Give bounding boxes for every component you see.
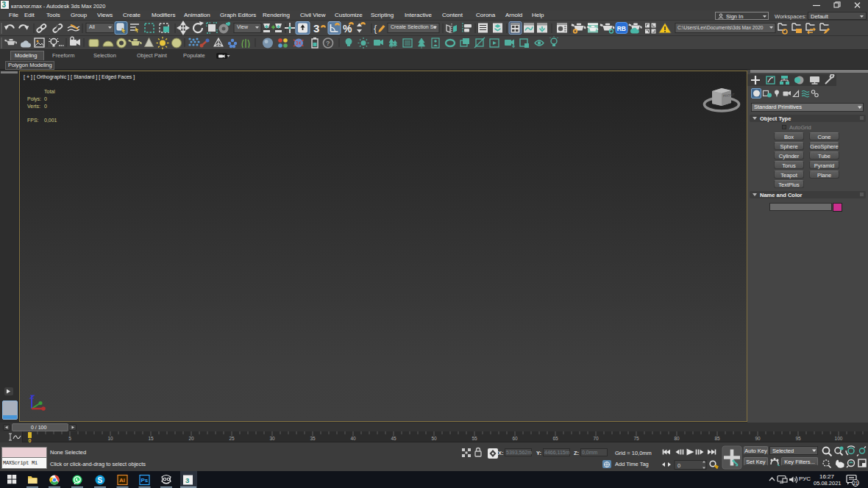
svg-text:21: 21 (853, 481, 859, 486)
svg-text:%: % (343, 23, 352, 35)
svg-text:RB: RB (617, 25, 626, 32)
svg-text:?: ? (326, 40, 330, 47)
svg-text:Ai: Ai (119, 477, 125, 484)
svg-text:S: S (98, 476, 103, 484)
svg-text:{: { (374, 23, 377, 34)
svg-text:Ps: Ps (141, 477, 149, 484)
svg-text:3: 3 (313, 22, 319, 35)
svg-text:3: 3 (185, 476, 189, 484)
svg-text:0: 0 (677, 462, 680, 469)
